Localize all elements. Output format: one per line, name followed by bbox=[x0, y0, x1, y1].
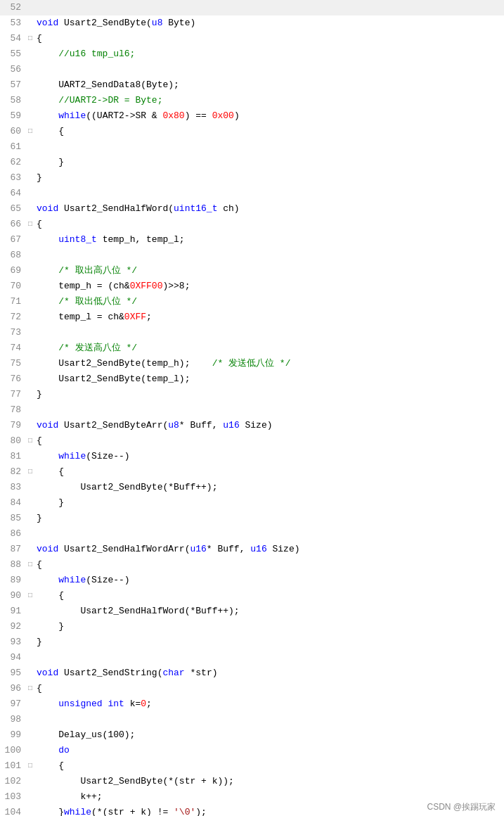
fold-icon[interactable] bbox=[28, 263, 37, 279]
fold-icon[interactable] bbox=[28, 186, 37, 201]
code-line: 76 Usart2_SendByte(temp_l); bbox=[0, 371, 504, 387]
token-plain: (Size--) bbox=[86, 451, 129, 461]
fold-icon[interactable] bbox=[28, 418, 37, 433]
code-content: { bbox=[37, 681, 501, 696]
line-number: 65 bbox=[3, 201, 28, 217]
fold-icon[interactable]: □ bbox=[28, 433, 37, 449]
code-content bbox=[37, 0, 501, 15]
code-line: 102 Usart2_SendByte(*(str + k)); bbox=[0, 774, 504, 789]
token-plain: temp_h, temp_l; bbox=[97, 234, 185, 245]
fold-icon[interactable] bbox=[28, 155, 37, 170]
token-plain: } bbox=[37, 621, 64, 632]
fold-icon[interactable] bbox=[28, 619, 37, 635]
fold-icon[interactable] bbox=[28, 805, 37, 816]
fold-icon[interactable] bbox=[28, 108, 37, 124]
fold-icon[interactable] bbox=[28, 93, 37, 108]
code-content: while(Size--) bbox=[37, 573, 501, 588]
code-line: 95 void Usart2_SendString(char *str) bbox=[0, 665, 504, 681]
fold-icon[interactable]: □ bbox=[28, 557, 37, 573]
fold-icon[interactable] bbox=[28, 15, 37, 31]
token-plain: Usart2_SendByte(temp_l); bbox=[37, 374, 190, 384]
fold-icon[interactable] bbox=[28, 480, 37, 495]
code-content: void Usart2_SendByteArr(u8* Buff, u16 Si… bbox=[37, 418, 501, 433]
code-content bbox=[37, 526, 501, 542]
fold-icon[interactable] bbox=[28, 356, 37, 371]
token-plain: ) bbox=[234, 110, 240, 121]
fold-icon[interactable] bbox=[28, 511, 37, 526]
code-line: 82□ { bbox=[0, 464, 504, 480]
fold-icon[interactable] bbox=[28, 542, 37, 557]
fold-icon[interactable]: □ bbox=[28, 31, 37, 46]
line-number: 63 bbox=[3, 170, 28, 186]
token-plain bbox=[37, 575, 58, 585]
fold-icon[interactable] bbox=[28, 0, 37, 15]
code-line: 68 bbox=[0, 248, 504, 263]
fold-icon[interactable] bbox=[28, 743, 37, 758]
fold-icon[interactable] bbox=[28, 449, 37, 464]
token-plain: Size) bbox=[267, 544, 300, 554]
line-number: 77 bbox=[3, 387, 28, 402]
code-content: void Usart2_SendHalfWordArr(u16* Buff, u… bbox=[37, 542, 501, 557]
fold-icon[interactable] bbox=[28, 402, 37, 418]
code-line: 98 bbox=[0, 712, 504, 727]
fold-icon[interactable]: □ bbox=[28, 217, 37, 232]
fold-icon[interactable] bbox=[28, 310, 37, 325]
token-plain: ) == bbox=[185, 110, 212, 121]
code-content: //u16 tmp_ul6; bbox=[37, 46, 501, 62]
token-plain: )>>8; bbox=[162, 281, 190, 291]
line-number: 53 bbox=[3, 15, 28, 31]
fold-icon[interactable] bbox=[28, 371, 37, 387]
fold-icon[interactable] bbox=[28, 495, 37, 511]
line-number: 76 bbox=[3, 371, 28, 387]
fold-icon[interactable] bbox=[28, 635, 37, 650]
fold-icon[interactable]: □ bbox=[28, 124, 37, 139]
line-number: 100 bbox=[3, 743, 28, 758]
fold-icon[interactable] bbox=[28, 201, 37, 217]
token-hex: 0x00 bbox=[212, 110, 234, 121]
fold-icon[interactable] bbox=[28, 232, 37, 248]
code-content: temp_h = (ch&0XFF00)>>8; bbox=[37, 279, 501, 294]
line-number: 88 bbox=[3, 557, 28, 573]
code-line: 54□{ bbox=[0, 31, 504, 46]
fold-icon[interactable] bbox=[28, 46, 37, 62]
code-content: Usart2_SendByte(temp_l); bbox=[37, 371, 501, 387]
fold-icon[interactable] bbox=[28, 139, 37, 155]
token-plain: Usart2_SendHalfWord(*Buff++); bbox=[37, 606, 240, 616]
fold-icon[interactable] bbox=[28, 604, 37, 619]
fold-icon[interactable] bbox=[28, 774, 37, 789]
fold-icon[interactable] bbox=[28, 526, 37, 542]
fold-icon[interactable]: □ bbox=[28, 681, 37, 696]
fold-icon[interactable] bbox=[28, 789, 37, 805]
fold-icon[interactable] bbox=[28, 170, 37, 186]
line-number: 102 bbox=[3, 774, 28, 789]
fold-icon[interactable]: □ bbox=[28, 758, 37, 774]
token-plain: Usart2_SendByte(*Buff++); bbox=[37, 482, 217, 492]
fold-icon[interactable] bbox=[28, 727, 37, 743]
fold-icon[interactable] bbox=[28, 279, 37, 294]
line-number: 54 bbox=[3, 31, 28, 46]
fold-icon[interactable] bbox=[28, 62, 37, 77]
token-kw: while bbox=[58, 575, 86, 585]
code-line: 67 uint8_t temp_h, temp_l; bbox=[0, 232, 504, 248]
code-line: 73 bbox=[0, 325, 504, 340]
fold-icon[interactable]: □ bbox=[28, 588, 37, 604]
fold-icon[interactable]: □ bbox=[28, 464, 37, 480]
fold-icon[interactable] bbox=[28, 665, 37, 681]
fold-icon[interactable] bbox=[28, 712, 37, 727]
fold-icon[interactable] bbox=[28, 77, 37, 93]
code-line: 71 /* 取出低八位 */ bbox=[0, 294, 504, 310]
token-plain bbox=[37, 110, 58, 121]
fold-icon[interactable] bbox=[28, 650, 37, 665]
fold-icon[interactable] bbox=[28, 325, 37, 340]
fold-icon[interactable] bbox=[28, 573, 37, 588]
line-number: 103 bbox=[3, 789, 28, 805]
fold-icon[interactable] bbox=[28, 387, 37, 402]
token-kw: while bbox=[58, 451, 86, 461]
branding-text: CSDN @挨踢玩家 bbox=[427, 799, 496, 815]
fold-icon[interactable] bbox=[28, 696, 37, 712]
fold-icon[interactable] bbox=[28, 294, 37, 310]
code-line: 63 } bbox=[0, 170, 504, 186]
fold-icon[interactable] bbox=[28, 248, 37, 263]
line-number: 80 bbox=[3, 433, 28, 449]
fold-icon[interactable] bbox=[28, 340, 37, 356]
